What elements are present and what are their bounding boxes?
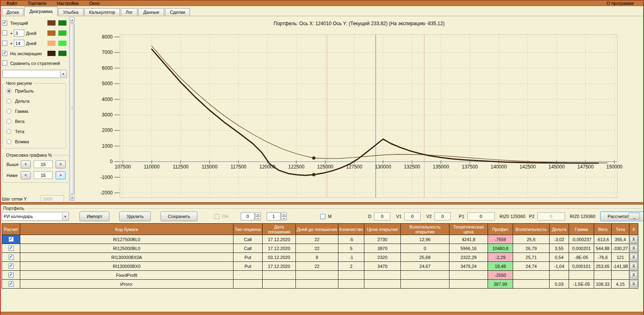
cell-gamma: -1,5E-05	[569, 280, 594, 289]
delete-row-button[interactable]: X	[630, 245, 638, 252]
row-calc-checkbox[interactable]: ✓	[9, 246, 14, 251]
decrease-button[interactable]: <	[21, 171, 31, 179]
menu-item-about[interactable]: О программе	[601, 1, 639, 6]
row-calc-checkbox[interactable]: ✓	[9, 272, 14, 278]
calc-cell: ✓	[2, 262, 20, 271]
cell-theor	[449, 280, 488, 289]
grid-step-y-input[interactable]	[41, 195, 64, 202]
cell-code: RI130000BX0A	[20, 253, 233, 262]
calc-cell: ✓	[2, 235, 20, 244]
tab-Улыбка[interactable]: Улыбка	[58, 8, 83, 16]
dh-checkbox[interactable]	[214, 214, 220, 219]
row-calc-checkbox[interactable]: ✓	[9, 263, 14, 269]
tab-Доска[interactable]: Доска	[2, 8, 24, 16]
cell-theor: 2322,29	[449, 253, 488, 262]
menu-item-Файл[interactable]: Файл	[1, 1, 22, 6]
radio-Вега[interactable]	[6, 119, 11, 124]
cell-vega: 108,33	[594, 280, 612, 289]
days-offset-input[interactable]	[14, 30, 24, 37]
radio-row-Дельта[interactable]: Дельта	[6, 96, 63, 106]
v2-input[interactable]	[434, 212, 451, 220]
v1-input[interactable]	[404, 212, 421, 220]
tab-Лог[interactable]: Лог	[121, 8, 137, 16]
spinner-2-input[interactable]	[267, 212, 280, 220]
spinner-1-input[interactable]	[241, 212, 255, 220]
series-checkbox[interactable]	[2, 41, 7, 46]
radio-label: Вомма	[15, 139, 29, 144]
scroll-down-icon[interactable]: ▼	[70, 195, 75, 201]
table-row: ✓RI130000BX0Put17.12.2020222347024,67347…	[2, 262, 638, 271]
delete-row-button[interactable]: X	[630, 263, 638, 270]
panel-divider	[25, 208, 642, 209]
radio-Гамма[interactable]	[6, 109, 11, 114]
menu-item-Торговля[interactable]: Торговля	[22, 1, 51, 6]
delete-row-button[interactable]: X	[630, 254, 638, 261]
profit-chart[interactable]: 1075001100001125001150001175001200001225…	[75, 16, 643, 202]
scroll-up-icon[interactable]: ▲	[70, 17, 75, 23]
increase-button[interactable]: >	[56, 171, 66, 179]
row-calc-checkbox[interactable]: ✓	[9, 255, 14, 260]
series-checkbox[interactable]: ✓	[2, 51, 7, 56]
sidebar-scrollbar[interactable]: ▲ ▼	[69, 16, 75, 202]
days-offset-input[interactable]	[14, 40, 24, 47]
spin-down-icon[interactable]: ▼	[255, 216, 261, 220]
save-button[interactable]: Сохранить	[160, 211, 197, 221]
spin-down-icon[interactable]: ▼	[281, 216, 287, 220]
tab-strip: ДоскаДиаграммаУлыбкаКалькуляторЛогДанные…	[1, 6, 643, 16]
radio-row-Тета[interactable]: Тета	[6, 126, 63, 136]
series-checkbox[interactable]: ✓	[2, 20, 7, 26]
radio-Вомма[interactable]	[6, 139, 11, 144]
radio-row-Вега[interactable]: Вега	[6, 116, 63, 126]
radio-row-Прибыль[interactable]: Прибыль	[6, 86, 63, 96]
series-checkbox[interactable]	[2, 30, 7, 36]
radio-row-Вомма[interactable]: Вомма	[6, 136, 63, 147]
chevron-down-icon[interactable]: ▼	[60, 71, 66, 77]
delete-row-button[interactable]: X	[630, 280, 638, 287]
menu-item-Окно[interactable]: Окно	[84, 1, 105, 6]
radio-row-Гамма[interactable]: Гамма	[6, 106, 63, 116]
import-button[interactable]: Импорт	[79, 211, 109, 221]
spinner-1: ▲▼	[241, 212, 261, 220]
row-calc-checkbox[interactable]: ✓	[9, 237, 14, 242]
compare-strategy-checkbox[interactable]	[2, 60, 7, 66]
p1-input[interactable]	[467, 212, 495, 220]
tab-Калькулятор[interactable]: Калькулятор	[84, 8, 120, 16]
p1-field: P1	[459, 212, 494, 220]
row-calc-checkbox[interactable]: ✓	[9, 281, 14, 287]
tab-Данные[interactable]: Данные	[138, 8, 164, 16]
portfolio-select[interactable]: РИ календарь ▼	[2, 212, 69, 221]
percent-input[interactable]	[34, 171, 53, 179]
cell-vol_open: 24,67	[401, 262, 449, 271]
spin-up-icon[interactable]: ▲	[255, 212, 261, 216]
m-checkbox[interactable]	[320, 214, 325, 219]
increase-button[interactable]: >	[56, 160, 66, 168]
radio-Тета[interactable]	[6, 129, 11, 134]
d-input[interactable]	[374, 212, 390, 220]
percent-input[interactable]	[34, 160, 53, 168]
decrease-button[interactable]: <	[21, 160, 31, 168]
delete-row-button[interactable]: X	[630, 236, 638, 243]
menu-item-Настройки[interactable]: Настройки	[51, 1, 84, 6]
cell-code: RI130000BX0	[20, 262, 233, 271]
y-tick-label: -2000	[100, 190, 113, 196]
panel-splitter[interactable]	[1, 202, 643, 205]
radio-label: Тета	[15, 129, 24, 134]
p2-input[interactable]	[537, 212, 565, 220]
strategy-select[interactable]: ▼	[2, 70, 67, 78]
render-row-Выше: Выше<>	[6, 159, 68, 170]
cell-vol: 24,74	[513, 262, 550, 271]
collapse-panel-button[interactable]: _	[629, 213, 640, 220]
delete-row-button[interactable]: X	[630, 272, 638, 278]
scrollbar-thumb[interactable]	[70, 24, 75, 194]
tab-Диаграмма[interactable]: Диаграмма	[24, 6, 57, 16]
cell-profit: -2,29	[488, 253, 513, 262]
x-tick-label: 132500	[404, 164, 420, 170]
chevron-down-icon[interactable]: ▼	[62, 213, 68, 220]
radio-Дельта[interactable]	[6, 99, 11, 104]
spin-up-icon[interactable]: ▲	[281, 212, 287, 216]
draw-what-group: Чего рисуем ПрибыльДельтаГаммаВегаТетаВо…	[2, 81, 66, 149]
radio-Прибыль[interactable]	[6, 88, 11, 93]
delete-button[interactable]: Удалить	[119, 211, 151, 221]
cell-code: RI125000BL0	[20, 244, 233, 253]
tab-Сделки[interactable]: Сделки	[165, 8, 190, 16]
